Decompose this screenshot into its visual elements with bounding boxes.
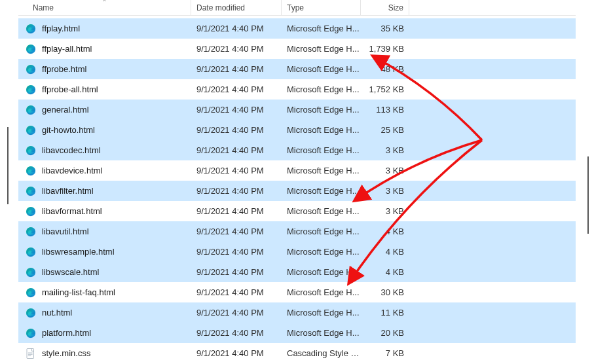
file-type-cell: Microsoft Edge H... bbox=[282, 206, 361, 216]
file-name-cell: mailing-list-faq.html bbox=[18, 287, 191, 299]
file-date-cell: 9/1/2021 4:40 PM bbox=[191, 125, 282, 135]
file-type-cell: Microsoft Edge H... bbox=[282, 105, 361, 115]
edge-icon bbox=[25, 327, 37, 339]
file-name: mailing-list-faq.html bbox=[42, 287, 115, 297]
file-size-cell: 11 KB bbox=[361, 308, 409, 318]
edge-icon bbox=[25, 307, 37, 319]
file-date-cell: 9/1/2021 4:40 PM bbox=[191, 186, 282, 196]
file-name: libswscale.html bbox=[42, 267, 99, 277]
file-rows: ffplay.html9/1/2021 4:40 PMMicrosoft Edg… bbox=[18, 18, 576, 363]
file-row[interactable]: ffprobe.html9/1/2021 4:40 PMMicrosoft Ed… bbox=[18, 59, 576, 79]
file-row[interactable]: libavformat.html9/1/2021 4:40 PMMicrosof… bbox=[18, 201, 576, 221]
file-name-cell: ffprobe-all.html bbox=[18, 84, 191, 96]
file-size-cell: 7 KB bbox=[361, 348, 409, 358]
svg-rect-17 bbox=[28, 352, 33, 353]
file-name: git-howto.html bbox=[42, 125, 95, 135]
column-header-size[interactable]: Size bbox=[361, 0, 409, 16]
file-name-cell: ffplay.html bbox=[18, 23, 191, 35]
file-name-cell: libswscale.html bbox=[18, 266, 191, 278]
file-type-cell: Microsoft Edge H... bbox=[282, 227, 361, 236]
file-size-cell: 35 KB bbox=[361, 24, 409, 33]
file-type-cell: Microsoft Edge H... bbox=[282, 267, 361, 277]
file-type-cell: Microsoft Edge H... bbox=[282, 44, 361, 54]
file-date-cell: 9/1/2021 4:40 PM bbox=[191, 247, 282, 257]
file-date-cell: 9/1/2021 4:40 PM bbox=[191, 328, 282, 338]
edge-icon bbox=[25, 206, 37, 217]
column-header-date-label: Date modified bbox=[196, 3, 245, 12]
file-date-cell: 9/1/2021 4:40 PM bbox=[191, 287, 282, 297]
file-row[interactable]: platform.html9/1/2021 4:40 PMMicrosoft E… bbox=[18, 323, 576, 343]
file-date-cell: 9/1/2021 4:40 PM bbox=[191, 105, 282, 115]
file-row[interactable]: style.min.css9/1/2021 4:40 PMCascading S… bbox=[18, 343, 576, 363]
file-type-cell: Microsoft Edge H... bbox=[282, 166, 361, 175]
file-name-cell: libavcodec.html bbox=[18, 145, 191, 156]
file-name: libavfilter.html bbox=[42, 186, 94, 196]
edge-icon bbox=[25, 165, 37, 177]
sort-ascending-icon: ˄ bbox=[103, 0, 106, 6]
file-name: libswresample.html bbox=[42, 247, 115, 257]
file-type-cell: Microsoft Edge H... bbox=[282, 287, 361, 297]
file-row[interactable]: nut.html9/1/2021 4:40 PMMicrosoft Edge H… bbox=[18, 302, 576, 323]
file-type-cell: Microsoft Edge H... bbox=[282, 24, 361, 33]
file-name-cell: general.html bbox=[18, 104, 191, 116]
file-size-cell: 1,752 KB bbox=[361, 84, 409, 94]
file-date-cell: 9/1/2021 4:40 PM bbox=[191, 166, 282, 175]
file-name-cell: libavdevice.html bbox=[18, 165, 191, 177]
edge-icon bbox=[25, 124, 37, 136]
file-row[interactable]: mailing-list-faq.html9/1/2021 4:40 PMMic… bbox=[18, 282, 576, 302]
column-header-type[interactable]: Type bbox=[282, 0, 361, 16]
file-row[interactable]: libswscale.html9/1/2021 4:40 PMMicrosoft… bbox=[18, 262, 576, 282]
file-date-cell: 9/1/2021 4:40 PM bbox=[191, 84, 282, 94]
file-name: nut.html bbox=[42, 308, 72, 318]
edge-icon bbox=[25, 43, 37, 55]
file-type-cell: Microsoft Edge H... bbox=[282, 247, 361, 257]
file-name-cell: ffprobe.html bbox=[18, 64, 191, 75]
file-name-cell: libswresample.html bbox=[18, 246, 191, 258]
file-row[interactable]: ffprobe-all.html9/1/2021 4:40 PMMicrosof… bbox=[18, 79, 576, 100]
file-size-cell: 1,739 KB bbox=[361, 44, 409, 54]
file-name: ffprobe-all.html bbox=[42, 84, 98, 94]
svg-rect-16 bbox=[27, 348, 34, 358]
column-header-name[interactable]: Name ˄ bbox=[18, 0, 191, 16]
edge-icon bbox=[25, 226, 37, 238]
edge-icon bbox=[25, 246, 37, 258]
scrollbar-hint-right bbox=[587, 156, 589, 234]
file-row[interactable]: libavdevice.html9/1/2021 4:40 PMMicrosof… bbox=[18, 160, 576, 181]
edge-icon bbox=[25, 185, 37, 197]
column-header-date[interactable]: Date modified bbox=[191, 0, 282, 16]
file-row[interactable]: libswresample.html9/1/2021 4:40 PMMicros… bbox=[18, 242, 576, 262]
file-date-cell: 9/1/2021 4:40 PM bbox=[191, 24, 282, 33]
file-name: libavdevice.html bbox=[42, 166, 103, 175]
column-headers: Name ˄ Date modified Type Size bbox=[18, 0, 576, 16]
file-row[interactable]: libavcodec.html9/1/2021 4:40 PMMicrosoft… bbox=[18, 140, 576, 160]
file-row[interactable]: ffplay-all.html9/1/2021 4:40 PMMicrosoft… bbox=[18, 39, 576, 59]
file-type-cell: Microsoft Edge H... bbox=[282, 125, 361, 135]
edge-icon bbox=[25, 84, 37, 96]
file-date-cell: 9/1/2021 4:40 PM bbox=[191, 64, 282, 74]
file-size-cell: 20 KB bbox=[361, 328, 409, 338]
file-type-cell: Microsoft Edge H... bbox=[282, 308, 361, 318]
file-date-cell: 9/1/2021 4:40 PM bbox=[191, 267, 282, 277]
file-name-cell: nut.html bbox=[18, 307, 191, 319]
file-row[interactable]: ffplay.html9/1/2021 4:40 PMMicrosoft Edg… bbox=[18, 18, 576, 39]
file-row[interactable]: general.html9/1/2021 4:40 PMMicrosoft Ed… bbox=[18, 100, 576, 120]
file-name-cell: git-howto.html bbox=[18, 124, 191, 136]
file-size-cell: 4 KB bbox=[361, 267, 409, 277]
edge-icon bbox=[25, 104, 37, 116]
file-name-cell: libavfilter.html bbox=[18, 185, 191, 197]
file-date-cell: 9/1/2021 4:40 PM bbox=[191, 227, 282, 236]
edge-icon bbox=[25, 64, 37, 75]
edge-icon bbox=[25, 266, 37, 278]
file-type-cell: Microsoft Edge H... bbox=[282, 145, 361, 155]
file-row[interactable]: libavfilter.html9/1/2021 4:40 PMMicrosof… bbox=[18, 181, 576, 201]
file-size-cell: 25 KB bbox=[361, 125, 409, 135]
svg-rect-19 bbox=[28, 355, 31, 356]
file-size-cell: 3 KB bbox=[361, 206, 409, 216]
file-row[interactable]: git-howto.html9/1/2021 4:40 PMMicrosoft … bbox=[18, 120, 576, 140]
file-date-cell: 9/1/2021 4:40 PM bbox=[191, 145, 282, 155]
file-row[interactable]: libavutil.html9/1/2021 4:40 PMMicrosoft … bbox=[18, 221, 576, 242]
file-date-cell: 9/1/2021 4:40 PM bbox=[191, 308, 282, 318]
svg-rect-18 bbox=[28, 354, 33, 354]
scrollbar-hint-left bbox=[7, 127, 9, 204]
file-name: libavformat.html bbox=[42, 206, 102, 216]
